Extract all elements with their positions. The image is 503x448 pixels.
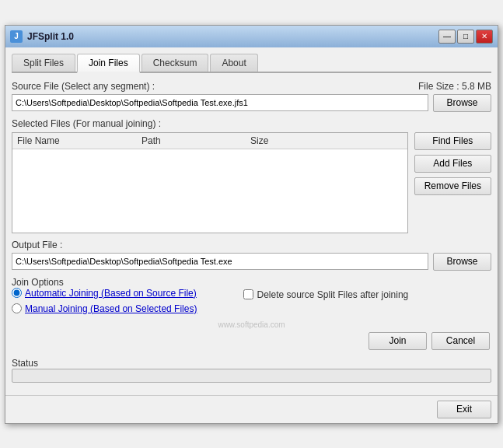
options-right: Delete source Split Files after joining (243, 288, 408, 300)
action-buttons: Join Cancel (12, 332, 491, 350)
radio-auto-input[interactable] (12, 288, 22, 298)
window-title: JFSplit 1.0 (27, 31, 74, 42)
file-list[interactable]: File Name Path Size (12, 132, 408, 233)
title-bar: J JFSplit 1.0 — □ ✕ (5, 26, 498, 47)
title-bar-left: J JFSplit 1.0 (10, 30, 74, 43)
source-file-label: Source File (Select any segment) : (12, 81, 155, 92)
delete-source-label: Delete source Split Files after joining (257, 289, 408, 300)
output-file-input-row: Browse (12, 253, 491, 271)
remove-files-button[interactable]: Remove Files (414, 177, 491, 195)
output-file-browse-button[interactable]: Browse (433, 253, 491, 271)
join-button[interactable]: Join (369, 332, 427, 350)
file-side-buttons: Find Files Add Files Remove Files (414, 132, 491, 195)
radio-manual[interactable]: Manual Joining (Based on Selected Files) (12, 303, 197, 314)
progress-bar-container (12, 369, 491, 383)
footer: Exit (5, 395, 498, 423)
selected-files-label: Selected Files (For manual joining) : (12, 118, 161, 129)
tab-bar: Split Files Join Files Checksum About (12, 54, 491, 73)
file-list-header: File Name Path Size (12, 133, 407, 149)
app-icon: J (10, 30, 23, 43)
delete-source-checkbox[interactable]: Delete source Split Files after joining (243, 289, 408, 300)
col-size: Size (250, 135, 297, 146)
exit-button[interactable]: Exit (437, 401, 491, 418)
file-list-area: File Name Path Size Find Files Add Files… (12, 132, 491, 233)
source-file-browse-button[interactable]: Browse (433, 94, 491, 112)
output-file-label-row: Output File : (12, 240, 491, 250)
title-buttons: — □ ✕ (438, 30, 493, 44)
status-section: Status (12, 358, 491, 383)
find-files-button[interactable]: Find Files (414, 132, 491, 150)
join-options-label: Join Options (12, 277, 64, 288)
radio-auto-label: Automatic Joining (Based on Source File) (25, 288, 197, 299)
main-window: J JFSplit 1.0 — □ ✕ Split Files Join Fil… (5, 25, 498, 424)
col-filename: File Name (17, 135, 141, 146)
source-file-input-row: Browse (12, 94, 491, 112)
watermark: www.softpedia.com (12, 320, 491, 329)
maximize-button[interactable]: □ (457, 30, 474, 44)
minimize-button[interactable]: — (438, 30, 456, 44)
delete-source-input[interactable] (243, 289, 253, 299)
output-file-label: Output File : (12, 240, 62, 250)
source-file-group: Source File (Select any segment) : File … (12, 81, 491, 112)
tab-about[interactable]: About (210, 54, 257, 72)
add-files-button[interactable]: Add Files (414, 155, 491, 173)
output-file-input[interactable] (12, 253, 428, 270)
join-options-grid: Automatic Joining (Based on Source File)… (12, 288, 491, 314)
status-label: Status (12, 358, 38, 369)
radio-manual-label: Manual Joining (Based on Selected Files) (25, 303, 197, 314)
source-file-label-row: Source File (Select any segment) : File … (12, 81, 491, 92)
tab-checksum[interactable]: Checksum (141, 54, 209, 72)
radio-auto[interactable]: Automatic Joining (Based on Source File) (12, 288, 197, 299)
radio-group: Automatic Joining (Based on Source File)… (12, 288, 197, 314)
content-area: Split Files Join Files Checksum About So… (5, 47, 498, 395)
tab-join[interactable]: Join Files (77, 54, 140, 73)
join-options-section: Join Options Automatic Joining (Based on… (12, 277, 491, 314)
source-file-input[interactable] (12, 94, 428, 111)
output-file-group: Output File : Browse (12, 240, 491, 271)
selected-files-group: Selected Files (For manual joining) : Fi… (12, 118, 491, 233)
col-path: Path (141, 135, 250, 146)
file-size-label: File Size : 5.8 MB (418, 81, 491, 92)
selected-files-label-row: Selected Files (For manual joining) : (12, 118, 491, 129)
radio-manual-input[interactable] (12, 303, 22, 313)
file-list-wrapper: File Name Path Size (12, 132, 408, 233)
close-button[interactable]: ✕ (476, 30, 493, 44)
tab-split[interactable]: Split Files (12, 54, 75, 72)
cancel-button[interactable]: Cancel (431, 332, 490, 350)
